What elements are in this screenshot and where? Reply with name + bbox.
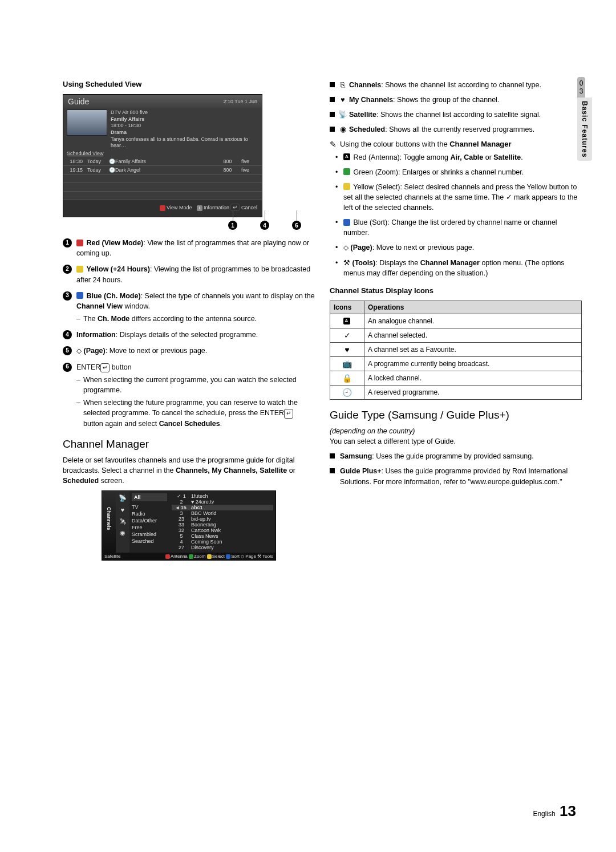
list-item: Blue (Sort): Change the list ordered by … <box>335 217 582 238</box>
antenna-icon: 📡 <box>119 494 127 502</box>
satellite-icon: 🛰 <box>120 518 126 525</box>
list-item: ◇ (Page): Move to next or previous page. <box>335 242 582 253</box>
right-column: ⎘Channels: Shows the channel list accord… <box>330 80 582 561</box>
clock-icon: 🕘 <box>330 386 364 400</box>
guide-type-heading: Guide Type (Samsung / Guide Plus+) <box>330 409 582 421</box>
list-item: 3 Blue (Ch. Mode): Select the type of ch… <box>63 291 315 324</box>
blue-chip-icon <box>76 292 83 299</box>
channel-manager-heading: Channel Manager <box>63 438 315 451</box>
satellite-icon: 📡 <box>338 109 347 120</box>
list-item: Green (Zoom): Enlarges or shrinks a chan… <box>335 167 582 177</box>
left-column: Using Scheduled View Guide 2:10 Tue 1 Ju… <box>63 80 315 561</box>
info-icon: i <box>197 205 202 211</box>
table-row: ♥A channel set as a Favourite. <box>330 343 582 357</box>
guide-ui: Guide 2:10 Tue 1 Jun DTV Air 800 five Fa… <box>63 94 262 217</box>
guide-title: Guide <box>68 97 89 106</box>
analogue-icon: A <box>343 318 350 324</box>
list-item: 2 Yellow (+24 Hours): Viewing the list o… <box>63 264 315 285</box>
lock-icon: 🔒 <box>330 371 364 386</box>
callout-num: 4 <box>260 221 269 230</box>
callout-num: 1 <box>228 221 237 230</box>
guide-callouts: 1 4 6 <box>63 221 315 230</box>
status-icons-heading: Channel Status Display Icons <box>330 286 582 295</box>
tools-icon: ⚒ <box>343 259 350 267</box>
guide-type-sub: (depending on the country) <box>330 427 415 435</box>
list-item: Scrambled <box>132 531 167 538</box>
guide-legend-list: 1 Red (View Mode): View the list of prog… <box>63 238 315 429</box>
page-footer: English 13 <box>533 802 576 820</box>
list-item: Radio <box>132 510 167 517</box>
list-item: 6 ENTER↵ button When selecting the curre… <box>63 362 315 429</box>
broadcast-icon: 📺 <box>330 357 364 371</box>
yellow-chip-icon <box>343 183 350 190</box>
list-item: ⎘Channels: Shows the channel list accord… <box>330 80 582 90</box>
guide-current-programme: DTV Air 800 five Family Affairs 18:00 - … <box>111 109 258 149</box>
scheduled-view-heading: Using Scheduled View <box>63 80 315 88</box>
heart-icon: ♥ <box>330 343 364 357</box>
list-item: Searched <box>132 538 167 545</box>
list-item: A Red (Antenna): Toggle among Air, Cable… <box>335 152 582 163</box>
table-row: 18:30 Today 🕘Family Affairs 800 five <box>63 157 262 166</box>
list-item: 1 Red (View Mode): View the list of prog… <box>63 238 315 258</box>
cm-side-label: Channels <box>106 507 112 530</box>
list-item: Samsung: Uses the guide programme by pro… <box>330 451 582 461</box>
page-arrows-icon: ◇ <box>343 244 348 251</box>
callout-num: 6 <box>292 221 301 230</box>
channel-manager-desc: Delete or set favourites channels and us… <box>63 455 315 486</box>
check-icon: ✓ <box>330 328 364 343</box>
guide-schedule-table: 18:30 Today 🕘Family Affairs 800 five 19:… <box>63 157 262 200</box>
a-chip-icon: A <box>343 153 350 160</box>
status-icons-table: IconsOperations AAn analogue channel. ✓A… <box>330 301 582 400</box>
list-item: ♥My Channels: Shows the group of the cha… <box>330 95 582 105</box>
channel-manager-ui: Channels 📡 ♥ 🛰 ◉ All TV Radio Data/Other… <box>102 490 276 561</box>
guide-clock: 2:10 Tue 1 Jun <box>223 99 257 104</box>
table-row: 🔒A locked channel. <box>330 371 582 386</box>
table-row: 19:15 Today 🕘Dark Angel 800 five <box>63 166 262 175</box>
screen-types-list: ⎘Channels: Shows the channel list accord… <box>330 80 582 135</box>
list-item: 4 Information: Displays details of the s… <box>63 330 315 340</box>
guide-thumbnail <box>67 109 107 136</box>
note-icon: ✎ <box>330 140 337 149</box>
page-number: 13 <box>560 802 576 819</box>
cm-cat-selected: All <box>132 493 167 501</box>
list-item: 📡Satellite: Shows the channel list accor… <box>330 109 582 120</box>
list-item: ⚒ (Tools): Displays the Channel Manager … <box>335 258 582 278</box>
list-item: TV <box>132 504 167 510</box>
channels-icon: ⎘ <box>338 80 347 90</box>
cm-bottom-left: Satellite <box>104 554 120 559</box>
table-row: 🕘A reserved programme. <box>330 386 582 400</box>
list-item: Guide Plus+: Uses the guide programme pr… <box>330 466 582 486</box>
yellow-chip-icon <box>76 266 83 273</box>
cm-bottom-legend: Antenna Zoom Select Sort ◇ Page ⚒ Tools <box>165 554 273 559</box>
table-row: ✓A channel selected. <box>330 328 582 343</box>
blue-chip-icon <box>343 219 350 226</box>
list-item: ◉Scheduled: Shows all the currently rese… <box>330 124 582 135</box>
list-item: Free <box>132 524 167 531</box>
page-arrows-icon: ◇ <box>76 347 82 355</box>
table-row: AAn analogue channel. <box>330 314 582 328</box>
list-item: Data/Other <box>132 517 167 524</box>
clock-icon: ◉ <box>120 529 125 537</box>
scheduled-icon: ◉ <box>338 124 347 135</box>
list-item: Yellow (Select): Select desired channels… <box>335 182 582 213</box>
guide-type-list: Samsung: Uses the guide programme by pro… <box>330 451 582 486</box>
note: ✎ Using the colour buttons with the Chan… <box>330 140 582 149</box>
colour-buttons-list: A Red (Antenna): Toggle among Air, Cable… <box>335 152 582 279</box>
heart-icon: ♥ <box>338 95 347 105</box>
red-chip-icon <box>76 240 83 246</box>
enter-icon: ↵ <box>100 363 110 373</box>
red-chip-icon <box>160 205 165 211</box>
enter-icon: ↵ <box>284 409 293 419</box>
list-item: 5 ◇ (Page): Move to next or previous pag… <box>63 346 315 356</box>
guide-tab: Scheduled View <box>63 149 262 157</box>
green-chip-icon <box>343 168 350 175</box>
heart-icon: ♥ <box>121 506 125 513</box>
table-row: 📺A programme currently being broadcast. <box>330 357 582 371</box>
